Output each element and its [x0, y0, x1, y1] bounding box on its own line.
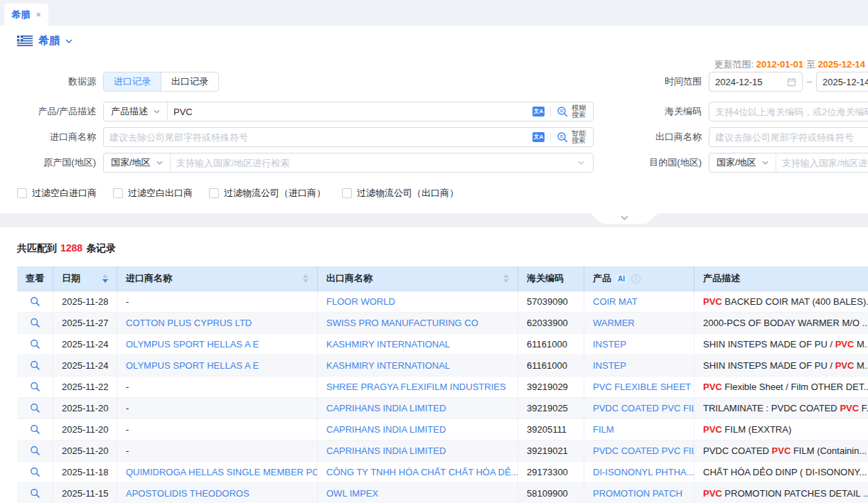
results-table: 查看日期进口商名称出口商名称海关编码产品AIi产品描述 2025-11-28-F… [17, 266, 868, 503]
table-header-row: 查看日期进口商名称出口商名称海关编码产品AIi产品描述 [17, 266, 868, 291]
product-label: 产品/产品描述 [0, 102, 96, 121]
hs-code-control [709, 102, 868, 121]
hs-code-cell: 57039090 [518, 291, 584, 312]
smart-search-button[interactable]: 智能 搜索 [557, 130, 586, 144]
product-link[interactable]: PROMOTION PATCH [593, 488, 682, 499]
importer-cell: - [117, 377, 318, 397]
checkbox-label: 过滤空白进口商 [32, 187, 97, 200]
product-link[interactable]: FILM [593, 424, 614, 435]
view-magnifier-icon [30, 424, 41, 435]
table-row: 2025-11-27COTTON PLUS CYPRUS LTDSWISS PR… [17, 313, 868, 334]
update-range-word: 至 [806, 59, 815, 70]
collapse-panel-button[interactable] [590, 213, 658, 224]
view-cell [17, 313, 53, 333]
column-label: 查看 [26, 272, 44, 285]
product-link[interactable]: WARMER [593, 318, 635, 328]
caret-up-icon [102, 274, 108, 278]
checkbox-icon[interactable] [209, 188, 219, 198]
exporter-input[interactable] [709, 128, 868, 146]
view-record-button[interactable] [30, 424, 41, 435]
hs-code-label: 海关编码 [606, 102, 702, 121]
view-magnifier-icon [30, 318, 41, 328]
date-range-separator: – [807, 72, 812, 92]
importer-link[interactable]: APOSTOLIDIS THEODOROS [126, 488, 250, 499]
view-record-button[interactable] [30, 360, 41, 371]
view-cell [17, 419, 53, 440]
exporter-link[interactable]: FLOOR WORLD [326, 296, 395, 307]
product-link[interactable]: PVDC COATED PVC FIL... [593, 445, 695, 456]
exporter-link[interactable]: CAPRIHANS INDIA LIMITED [326, 403, 446, 413]
translate-icon[interactable]: 文A [532, 132, 545, 142]
exporter-link[interactable]: SWISS PRO MANUFACTURING CO [326, 318, 478, 328]
exporter-link[interactable]: SHREE PRAGYA FLEXIFILM INDUSTRIES [326, 382, 506, 392]
product-link[interactable]: INSTEP [593, 339, 626, 350]
view-record-button[interactable] [30, 318, 41, 328]
sort-control[interactable] [300, 274, 309, 283]
checkbox-filter-blank-exporter[interactable]: 过滤空白出口商 [113, 187, 193, 200]
importer-link[interactable]: OLYMPUS SPORT HELLAS A E [126, 360, 259, 371]
origin-input[interactable] [171, 153, 578, 172]
product-input[interactable] [168, 102, 530, 121]
checkbox-label: 过滤空白出口商 [128, 187, 193, 200]
view-record-button[interactable] [30, 403, 41, 413]
exporter-link[interactable]: CÔNG TY TNHH HÓA CHẤT CHẤT HÓA DẺ... [326, 467, 518, 477]
checkbox-filter-blank-importer[interactable]: 过滤空白进口商 [17, 187, 97, 200]
checkbox-filter-logistics-importer[interactable]: 过滤物流公司（进口商） [209, 187, 326, 200]
view-record-button[interactable] [30, 467, 41, 477]
exporter-link[interactable]: CAPRIHANS INDIA LIMITED [326, 445, 446, 456]
origin-select-value: 国家/地区 [111, 156, 151, 169]
importer-link[interactable]: COTTON PLUS CYPRUS LTD [126, 318, 252, 328]
product-link[interactable]: DI-ISONONYL PHTHA... [593, 467, 695, 477]
checkbox-icon[interactable] [342, 188, 352, 198]
sort-control[interactable] [500, 274, 509, 283]
caret-up-icon [503, 274, 509, 278]
exporter-cell: OWL IMPEX [318, 483, 518, 503]
view-record-button[interactable] [30, 339, 41, 350]
importer-link[interactable]: QUIMIDROGA HELLAS SINGLE MEMBER PC [126, 467, 318, 477]
sort-control[interactable] [100, 274, 108, 283]
chevron-down-icon[interactable] [578, 161, 584, 165]
info-icon[interactable]: i [631, 274, 641, 283]
column-header-importer[interactable]: 进口商名称 [117, 266, 318, 291]
view-record-button[interactable] [30, 445, 41, 456]
product-link[interactable]: INSTEP [593, 360, 626, 371]
time-range-end[interactable]: 2025-12-14 [816, 72, 868, 92]
product-field-select[interactable]: 产品描述 [104, 102, 167, 121]
importer-input[interactable] [104, 128, 530, 146]
import-records-button[interactable]: 进口记录 [104, 72, 161, 91]
product-link[interactable]: COIR MAT [593, 296, 638, 307]
origin-type-select[interactable]: 国家/地区 [104, 153, 170, 172]
description-text: PVDC COATED [703, 445, 772, 456]
hs-code-input[interactable] [709, 102, 868, 121]
chevron-down-icon [621, 215, 628, 220]
exporter-link[interactable]: KASHMIRY INTERNATIONAL [326, 360, 450, 371]
destination-select-value: 国家/地区 [717, 156, 756, 169]
importer-link[interactable]: OLYMPUS SPORT HELLAS A E [126, 339, 259, 350]
time-range-start[interactable]: 2024-12-15 [709, 72, 803, 92]
country-selector[interactable]: 希腊 [17, 34, 73, 48]
product-link[interactable]: PVC FLEXIBLE SHEET F... [593, 382, 695, 392]
checkbox-icon[interactable] [113, 188, 123, 198]
table-body: 2025-11-28-FLOOR WORLD57039090COIR MATPV… [17, 291, 868, 503]
export-records-button[interactable]: 出口记录 [161, 72, 218, 91]
column-header-date[interactable]: 日期 [53, 266, 117, 291]
destination-input[interactable] [776, 153, 868, 172]
translate-icon[interactable]: 文A [532, 107, 545, 117]
view-record-button[interactable] [30, 488, 41, 499]
exporter-link[interactable]: OWL IMPEX [326, 488, 378, 499]
exporter-link[interactable]: KASHMIRY INTERNATIONAL [326, 339, 450, 350]
close-icon[interactable]: × [36, 10, 41, 19]
product-cell: PVDC COATED PVC FIL... [584, 398, 695, 418]
chevron-down-icon [762, 161, 768, 165]
fuzzy-search-button[interactable]: 模糊 搜索 [557, 104, 586, 119]
checkbox-filter-logistics-exporter[interactable]: 过滤物流公司（出口商） [342, 187, 459, 200]
exporter-link[interactable]: CAPRIHANS INDIA LIMITED [326, 424, 446, 435]
view-record-button[interactable] [30, 296, 41, 307]
view-record-button[interactable] [30, 382, 41, 392]
product-link[interactable]: PVDC COATED PVC FIL... [593, 403, 695, 413]
destination-type-select[interactable]: 国家/地区 [709, 153, 776, 172]
checkbox-icon[interactable] [17, 188, 27, 198]
divider [550, 106, 551, 117]
tab-greece[interactable]: 希腊 × [4, 4, 48, 26]
column-header-exporter[interactable]: 出口商名称 [318, 266, 518, 291]
